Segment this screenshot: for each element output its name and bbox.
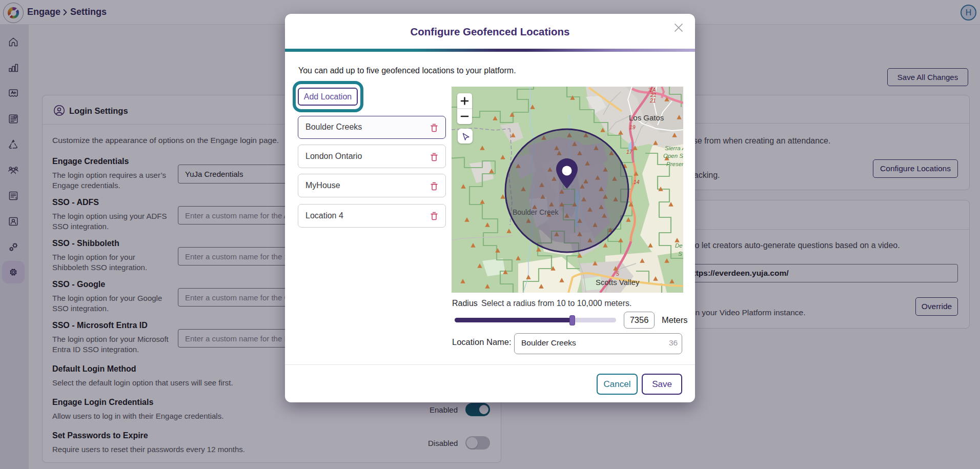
- svg-text:Los Gatos: Los Gatos: [629, 113, 664, 122]
- svg-text:19: 19: [629, 124, 636, 130]
- svg-text:Preserve: Preserve: [666, 161, 683, 167]
- svg-text:Scotts Valley: Scotts Valley: [596, 278, 640, 287]
- svg-text:S: S: [678, 251, 682, 257]
- svg-text:21: 21: [649, 97, 656, 104]
- svg-text:De: De: [675, 242, 683, 249]
- svg-text:Sierra Azu: Sierra Azu: [665, 145, 683, 151]
- svg-text:14: 14: [634, 179, 640, 185]
- svg-text:5: 5: [616, 271, 619, 277]
- svg-text:17: 17: [626, 149, 633, 155]
- svg-text:Open Spa: Open Spa: [663, 153, 683, 159]
